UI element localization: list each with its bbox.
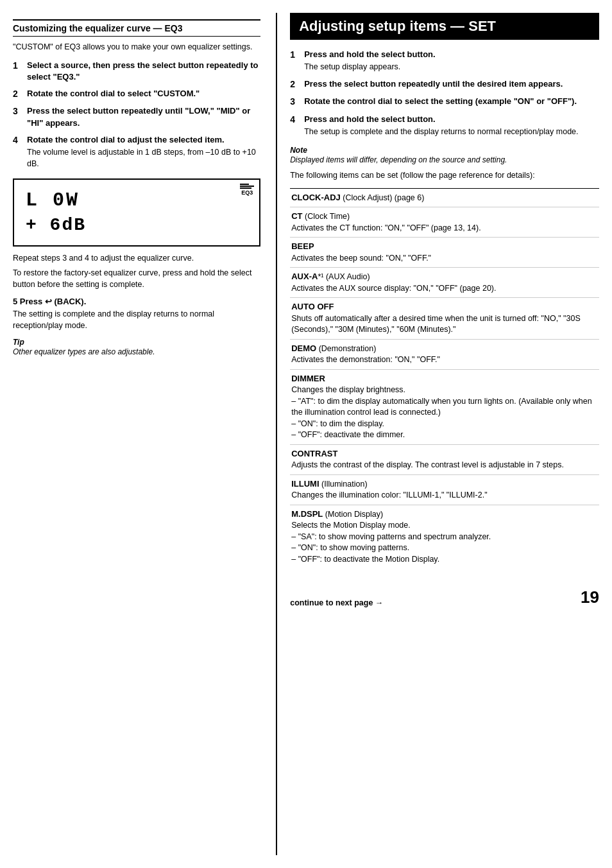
eq3-line-1	[240, 184, 249, 185]
setting-desc-9-2: – "ON": to show moving patterns.	[291, 543, 409, 552]
setting-name-5: DEMO	[291, 343, 316, 353]
right-step-2: 2 Press the select button repeatedly unt…	[290, 78, 599, 91]
right-step-text-4: Press and hold the select button.	[304, 114, 435, 124]
left-step-3: 3 Press the select button repeatedly unt…	[13, 105, 260, 128]
tip-label: Tip	[13, 338, 260, 347]
eq3-badge: EQ3	[240, 184, 254, 196]
settings-row-5: DEMO (Demonstration)Activates the demons…	[290, 339, 599, 369]
step5-body: The setting is complete and the display …	[13, 309, 260, 331]
setting-desc-6-1: – "AT": to dim the display automatically…	[291, 397, 591, 417]
settings-cell-6: DIMMERChanges the display brightness.– "…	[290, 369, 599, 444]
right-step-text-1: Press and hold the select button.	[304, 49, 435, 59]
right-num-2: 2	[290, 78, 304, 91]
settings-row-3: AUX-A*¹ (AUX Audio)Activates the AUX sou…	[290, 268, 599, 298]
setting-desc-5-0: Activates the demonstration: "ON," "OFF.…	[291, 355, 440, 364]
setting-name-2: BEEP	[291, 241, 314, 251]
repeat-text-2: To restore the factory-set equalizer cur…	[13, 268, 260, 290]
settings-row-4: AUTO OFFShuts off automatically after a …	[290, 298, 599, 340]
settings-table: CLOCK-ADJ (Clock Adjust) (page 6)CT (Clo…	[290, 188, 599, 569]
setting-name-6: DIMMER	[291, 374, 325, 383]
setting-name-1: CT	[291, 211, 302, 221]
following-text: The following items can be set (follow t…	[290, 170, 599, 182]
right-steps: 1 Press and hold the select button. The …	[290, 49, 599, 138]
continue-text: continue to next page →	[290, 598, 383, 607]
right-step-text-2: Press the select button repeatedly until…	[304, 79, 563, 89]
setting-desc-6-2: – "ON": to dim the display.	[291, 419, 384, 428]
setting-desc-7-0: Adjusts the contrast of the display. The…	[291, 460, 564, 469]
repeat-text-1: Repeat steps 3 and 4 to adjust the equal…	[13, 253, 260, 265]
right-step-body-4: The setup is complete and the display re…	[304, 126, 578, 138]
step-text-3: Press the select button repeatedly until…	[27, 106, 250, 127]
setting-desc-1-0: Activates the CT function: "ON," "OFF" (…	[291, 223, 480, 232]
eq3-line-3	[240, 187, 251, 189]
section-title: Customizing the equalizer curve — EQ3	[13, 19, 260, 37]
settings-cell-9: M.DSPL (Motion Display)Selects the Motio…	[290, 505, 599, 568]
settings-cell-2: BEEPActivates the beep sound: "ON," "OFF…	[290, 238, 599, 268]
setting-extra-8: (Illumination)	[319, 480, 368, 489]
right-num-1: 1	[290, 49, 304, 73]
settings-row-9: M.DSPL (Motion Display)Selects the Motio…	[290, 505, 599, 568]
settings-row-0: CLOCK-ADJ (Clock Adjust) (page 6)	[290, 188, 599, 207]
note-body: Displayed items will differ, depending o…	[290, 155, 599, 166]
setting-name-8: ILLUMI	[291, 479, 319, 489]
right-step-3: 3 Rotate the control dial to select the …	[290, 96, 599, 108]
settings-row-2: BEEPActivates the beep sound: "ON," "OFF…	[290, 238, 599, 268]
step-num-4: 4	[13, 134, 27, 169]
eq3-label: EQ3	[241, 189, 253, 196]
setting-desc-9-0: Selects the Motion Display mode.	[291, 521, 411, 530]
setting-desc-6-3: – "OFF": deactivate the dimmer.	[291, 430, 405, 439]
step5: 5 Press ↩ (BACK).	[13, 297, 260, 306]
setting-extra-5: (Demonstration)	[316, 344, 376, 353]
right-step-4: 4 Press and hold the select button. The …	[290, 114, 599, 138]
display-row1: L 0W	[26, 189, 248, 212]
setting-name-7: CONTRAST	[291, 449, 337, 458]
setting-desc-6-0: Changes the display brightness.	[291, 385, 405, 394]
step-body-4: The volume level is adjustable in 1 dB s…	[27, 147, 260, 169]
setting-desc-9-3: – "OFF": to deactivate the Motion Displa…	[291, 555, 439, 564]
step-num-2: 2	[13, 88, 27, 101]
display-box: EQ3 L 0W + 6dB	[13, 178, 260, 247]
step-text-1: Select a source, then press the select b…	[27, 60, 259, 82]
right-step-body-1: The setup display appears.	[304, 62, 435, 73]
setting-extra-0: (Clock Adjust) (page 6)	[341, 193, 425, 202]
setting-extra-1: (Clock Time)	[303, 212, 350, 221]
right-step-text-3: Rotate the control dial to select the se…	[304, 96, 577, 106]
step-text-4: Rotate the control dial to adjust the se…	[27, 135, 225, 144]
setting-name-0: CLOCK-ADJ	[291, 193, 341, 202]
page-number: 19	[581, 587, 599, 607]
right-column: Adjusting setup items — SET 1 Press and …	[277, 13, 599, 855]
step-num-1: 1	[13, 60, 27, 83]
right-num-3: 3	[290, 96, 304, 108]
right-step-1: 1 Press and hold the select button. The …	[290, 49, 599, 73]
setting-desc-9-1: – "SA": to show moving patterns and spec…	[291, 532, 491, 541]
setting-extra-9: (Motion Display)	[323, 510, 383, 519]
settings-row-7: CONTRASTAdjusts the contrast of the disp…	[290, 444, 599, 474]
setting-name-4: AUTO OFF	[291, 302, 334, 311]
settings-cell-3: AUX-A*¹ (AUX Audio)Activates the AUX sou…	[290, 268, 599, 298]
left-step-1: 1 Select a source, then press the select…	[13, 60, 260, 83]
left-steps: 1 Select a source, then press the select…	[13, 60, 260, 170]
left-step-2: 2 Rotate the control dial to select "CUS…	[13, 88, 260, 101]
step-text-2: Rotate the control dial to select "CUSTO…	[27, 89, 200, 98]
right-header: Adjusting setup items — SET	[290, 13, 599, 40]
setting-name-3: AUX-A	[291, 272, 318, 281]
settings-cell-5: DEMO (Demonstration)Activates the demons…	[290, 339, 599, 369]
eq3-line-2	[240, 186, 254, 187]
settings-cell-1: CT (Clock Time)Activates the CT function…	[290, 207, 599, 238]
settings-cell-7: CONTRASTAdjusts the contrast of the disp…	[290, 444, 599, 474]
step-num-3: 3	[13, 105, 27, 128]
setting-desc-8-0: Changes the illumination color: "ILLUMI-…	[291, 490, 487, 499]
tip-body: Other equalizer types are also adjustabl…	[13, 347, 260, 358]
settings-row-1: CT (Clock Time)Activates the CT function…	[290, 207, 599, 238]
setting-desc-4-0: Shuts off automatically after a desired …	[291, 314, 581, 334]
eq3-lines	[240, 184, 254, 189]
setting-desc-2-0: Activates the beep sound: "ON," "OFF."	[291, 254, 431, 263]
setting-extra-3: *¹ (AUX Audio)	[318, 272, 370, 281]
display-row2: + 6dB	[26, 214, 248, 236]
left-column: Customizing the equalizer curve — EQ3 "C…	[13, 13, 277, 855]
note-label: Note	[290, 146, 599, 155]
setting-desc-3-0: Activates the AUX source display: "ON," …	[291, 284, 496, 293]
setting-name-9: M.DSPL	[291, 509, 323, 519]
settings-cell-0: CLOCK-ADJ (Clock Adjust) (page 6)	[290, 188, 599, 207]
left-step-4: 4 Rotate the control dial to adjust the …	[13, 134, 260, 169]
